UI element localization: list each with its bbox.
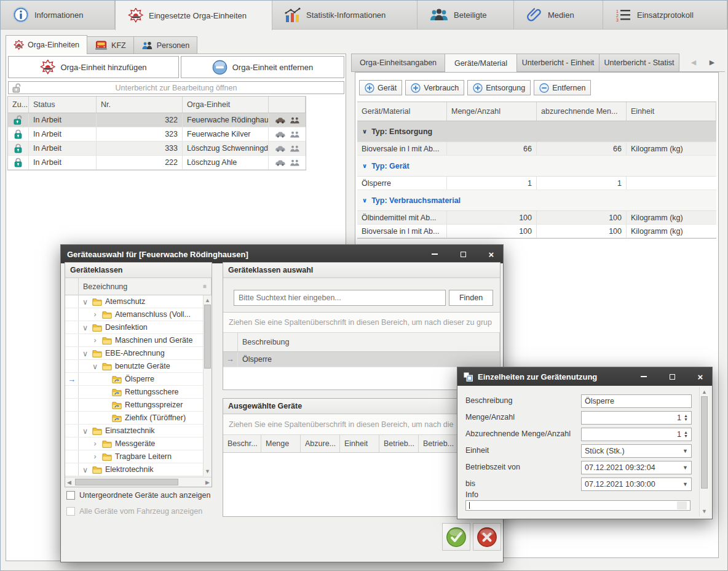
collapse-icon[interactable]: ∨ [81,297,89,306]
tree-horizontal-scrollbar[interactable]: ◀ ▶ [65,477,212,487]
main-tab-beteiligte[interactable]: Beteiligte [417,1,514,29]
chevron-down-icon[interactable]: ▼ [682,465,688,471]
find-button[interactable]: Finden [449,290,493,306]
scrollbar-thumb[interactable] [701,396,708,489]
column-header[interactable]: Zu... [8,97,29,113]
scrollbar-thumb[interactable] [204,305,211,369]
device-toolbar-button-entsorgung[interactable]: Entsorgung [467,80,531,95]
scroll-up-icon[interactable]: ▲ [700,387,709,397]
column-header[interactable] [269,97,306,113]
scroll-down-icon[interactable]: ▼ [700,506,709,516]
group-row-typ-gerät[interactable]: ∨Typ: Gerät [357,156,716,177]
field-bis-dropdown[interactable]: 07.12.2021 10:30:00▼ [581,477,692,491]
chevron-down-icon[interactable]: ▼ [682,448,688,454]
column-header[interactable]: Menge/Anzahl [447,102,537,121]
ok-button[interactable] [442,523,470,551]
main-tab-eingesetzte-orga-einheiten[interactable]: Eingesetzte Orga-Einheiten [115,1,272,30]
group-row-typ-entsorgung[interactable]: ∨Typ: Entsorgung [357,121,716,142]
column-header[interactable]: Orga-Einheit [183,97,269,113]
device-toolbar-button-verbrauch[interactable]: Verbrauch [405,80,464,95]
tab-scroll-right-icon[interactable]: ▶ [706,58,718,66]
tree-row-ziehfix-türöffner[interactable]: Ziehfix (Türöffner) [65,412,212,425]
tree-row-messgeräte[interactable]: ›Messgeräte [65,437,212,450]
field-abzurechnende-menge-anzahl-spinner[interactable]: 1▲▼ [581,428,692,441]
table-row[interactable]: In Arbeit323Feuerwache Kilver [8,127,306,142]
selection-row-ölsperre[interactable]: →Ölsperre [223,352,500,367]
tree-row-elektrotechnik[interactable]: ∨Elektrotechnik [65,463,212,476]
minimize-icon[interactable] [632,367,655,386]
detail-tab-unterbericht-einheit[interactable]: Unterbericht - Einheit [517,54,599,72]
field-menge-anzahl-spinner[interactable]: 1▲▼ [581,411,692,425]
table-row[interactable]: Ölbindemittel mit Ab...100100Kilogramm (… [357,211,716,225]
expand-icon[interactable]: › [91,310,99,319]
column-header[interactable]: Gerät/Material [357,102,447,121]
field-einheit-dropdown[interactable]: Stück (Stk.)▼ [581,444,692,458]
device-toolbar-button-gerät[interactable]: Gerät [359,80,402,95]
info-input[interactable] [465,500,690,511]
spin-down-icon[interactable]: ▼ [684,434,688,438]
maximize-icon[interactable] [451,245,475,263]
column-header-1[interactable]: Menge [261,435,301,452]
tree-vertical-scrollbar[interactable]: ▲ ▼ [203,295,212,476]
table-row[interactable]: In Arbeit222Löschzug Ahle [8,156,306,170]
close-icon[interactable]: × [480,245,503,263]
scrollbar-thumb[interactable] [75,479,178,485]
cancel-button[interactable] [473,523,501,551]
tree-row-atemanschluss-voll[interactable]: ›Atemanschluss (Voll... [65,308,212,321]
details-vertical-scrollbar[interactable]: ▲ ▼ [699,387,709,516]
detail-tab-unterbericht-statist[interactable]: Unterbericht - Statist [599,54,679,72]
field-betriebszeit-von-dropdown[interactable]: 07.12.2021 09:32:04▼ [581,461,692,474]
tree-row-benutzte-geräte[interactable]: ∨benutzte Geräte [65,360,212,373]
tree-row-ebe-abrechnung[interactable]: ∨EBE-Abrechnung [65,347,212,360]
close-icon[interactable]: × [689,367,712,386]
spinner-icons[interactable]: ▲▼ [684,414,688,421]
spinner-icons[interactable]: ▲▼ [684,431,688,438]
detail-tab-geräte-material[interactable]: Geräte/Material [445,54,517,72]
table-row[interactable]: Ölsperre11 [357,177,716,190]
sub-tab-orga-einheiten[interactable]: Orga-Einheiten [6,35,87,54]
column-header[interactable]: abzurechnende Men... [537,102,627,121]
show-child-devices-checkbox[interactable]: Untergeordnete Geräte auch anzeigen [66,491,210,500]
main-tab-einsatzprotokoll[interactable]: 123Einsatzprotokoll [603,1,727,29]
open-subreport-button[interactable]: Unterbericht zur Bearbeitung öffnen [8,81,344,94]
minimize-icon[interactable] [423,245,446,263]
field-beschreibung-input[interactable]: Ölsperre [581,394,692,408]
scroll-down-icon[interactable]: ▼ [203,466,212,476]
detail-tab-orga-einheitsangaben[interactable]: Orga-Einheitsangaben [351,54,445,72]
column-header[interactable]: Nr. [97,97,183,113]
add-orga-unit-button[interactable]: Orga-Einheit hinzufügen [8,56,179,78]
group-row-typ-verbrauchsmaterial[interactable]: ∨Typ: Verbrauchsmaterial [357,190,716,211]
collapse-icon[interactable]: ∨ [81,323,89,332]
column-header[interactable]: Einheit [627,102,716,121]
device-toolbar-button-entfernen[interactable]: Entfernen [534,80,591,95]
tree-row-rettungsspreizer[interactable]: Rettungsspreizer [65,399,212,412]
chevron-down-icon[interactable]: ▼ [682,481,688,487]
tree-row-einsatztechnik[interactable]: ∨Einsatztechnik [65,425,212,437]
collapse-icon[interactable]: ∨ [81,465,89,474]
table-row[interactable]: Bioversale in l mit Ab...6666Kilogramm (… [357,142,716,156]
maximize-icon[interactable] [660,367,684,386]
expand-icon[interactable]: › [91,336,99,345]
tree-row-rettungsschere[interactable]: Rettungsschere [65,386,212,399]
collapse-icon[interactable]: ∨ [81,426,89,436]
scroll-left-icon[interactable]: ◀ [65,477,73,487]
tree-row-atemschutz[interactable]: ∨Atemschutz [65,295,212,308]
expand-icon[interactable]: › [91,452,99,461]
column-header[interactable]: Status [29,97,97,113]
table-row[interactable]: In Arbeit333Löschzug Schwenningdorf [8,142,306,156]
collapse-icon[interactable]: ∨ [91,362,99,371]
column-header-3[interactable]: Einheit [340,435,379,452]
search-input[interactable] [234,290,446,306]
tree-row-tragbare-leitern[interactable]: ›Tragbare Leitern [65,450,212,463]
tree-row-desinfektion[interactable]: ∨Desinfektion [65,321,212,334]
column-header-2[interactable]: Abzure... [301,435,340,452]
tree-column-header[interactable]: Bezeichnung ≡ [79,278,212,295]
sub-tab-personen[interactable]: Personen [134,36,198,54]
main-tab-medien[interactable]: Medien [514,1,603,29]
sub-tab-kfz[interactable]: KFZ [87,36,134,54]
beschreibung-column-header[interactable]: Beschreibung [238,333,500,351]
spin-down-icon[interactable]: ▼ [684,418,688,421]
main-tab-statistik-informationen[interactable]: Statistik-Informationen [272,1,417,29]
column-header-4[interactable]: Betrieb... [379,435,419,452]
scroll-up-icon[interactable]: ▲ [203,295,212,305]
